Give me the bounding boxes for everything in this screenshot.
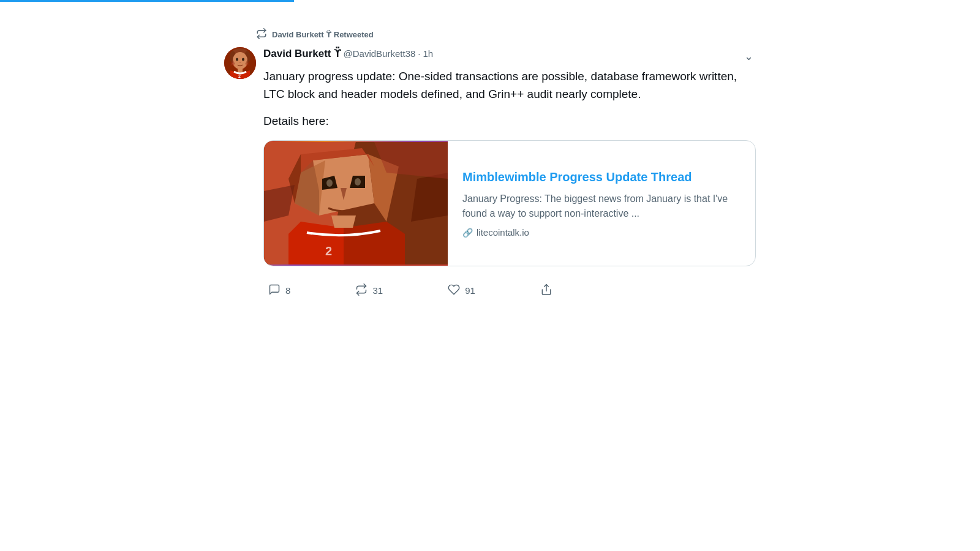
tweet-actions: 8 31 xyxy=(263,276,557,310)
retweet-icon xyxy=(256,28,267,41)
reply-icon xyxy=(268,283,281,298)
share-icon xyxy=(540,283,552,298)
like-count: 91 xyxy=(465,285,475,296)
svg-rect-9 xyxy=(238,68,243,73)
link-card-url: 🔗 litecointalk.io xyxy=(462,227,741,238)
author-name: David Burkett xyxy=(263,48,331,60)
like-button[interactable]: 91 xyxy=(443,281,480,300)
like-icon xyxy=(448,283,460,298)
grin-symbol: ϔ xyxy=(334,47,341,60)
svg-marker-28 xyxy=(331,216,356,228)
author-handle: @DavidBurkett38 xyxy=(344,48,416,59)
share-button[interactable] xyxy=(535,281,557,300)
svg-point-8 xyxy=(239,62,241,63)
retweet-header-text: David Burkett ϔ Retweeted xyxy=(272,30,374,39)
retweet-action-icon xyxy=(355,283,368,298)
retweet-count: 31 xyxy=(372,285,383,296)
link-card-content: Mimblewimble Progress Update Thread Janu… xyxy=(448,141,755,266)
tweet-text: January progress update: One-sided trans… xyxy=(263,68,756,103)
tweet-container: David Burkett ϔ Retweeted xyxy=(214,18,766,310)
svg-point-6 xyxy=(236,58,238,61)
avatar: 2 xyxy=(224,47,256,79)
svg-point-7 xyxy=(242,58,244,61)
svg-point-21 xyxy=(326,179,333,187)
retweet-button[interactable]: 31 xyxy=(350,281,388,300)
reply-button[interactable]: 8 xyxy=(263,281,295,300)
svg-marker-27 xyxy=(344,222,405,264)
svg-text:2: 2 xyxy=(238,74,241,78)
link-card-image: 2 xyxy=(264,141,448,266)
tweet-dot: · xyxy=(418,48,420,59)
tweet-time: 1h xyxy=(423,48,433,59)
link-card[interactable]: 2 Mimblewimble Progress Update Thread Ja… xyxy=(263,140,756,266)
chevron-down-icon[interactable]: ⌄ xyxy=(742,47,756,66)
link-card-description: January Progress: The biggest news from … xyxy=(462,192,741,221)
svg-point-22 xyxy=(355,178,361,186)
retweet-header: David Burkett ϔ Retweeted xyxy=(224,28,756,41)
reply-count: 8 xyxy=(285,285,290,296)
link-card-title: Mimblewimble Progress Update Thread xyxy=(462,168,741,186)
loading-bar xyxy=(0,0,294,2)
svg-text:2: 2 xyxy=(325,244,332,258)
author-info: David Burkett ϔ @DavidBurkett38 · 1h xyxy=(263,47,433,60)
link-card-domain: litecointalk.io xyxy=(477,227,529,238)
tweet-content: David Burkett ϔ @DavidBurkett38 · 1h ⌄ J… xyxy=(263,47,756,310)
tweet-header-row: David Burkett ϔ @DavidBurkett38 · 1h ⌄ xyxy=(263,47,756,66)
link-icon: 🔗 xyxy=(462,228,473,238)
details-text: Details here: xyxy=(263,113,756,130)
svg-marker-26 xyxy=(288,222,344,264)
svg-point-5 xyxy=(233,52,247,69)
tweet-body: 2 David Burkett ϔ @DavidBurkett38 · 1h ⌄ xyxy=(224,47,756,310)
